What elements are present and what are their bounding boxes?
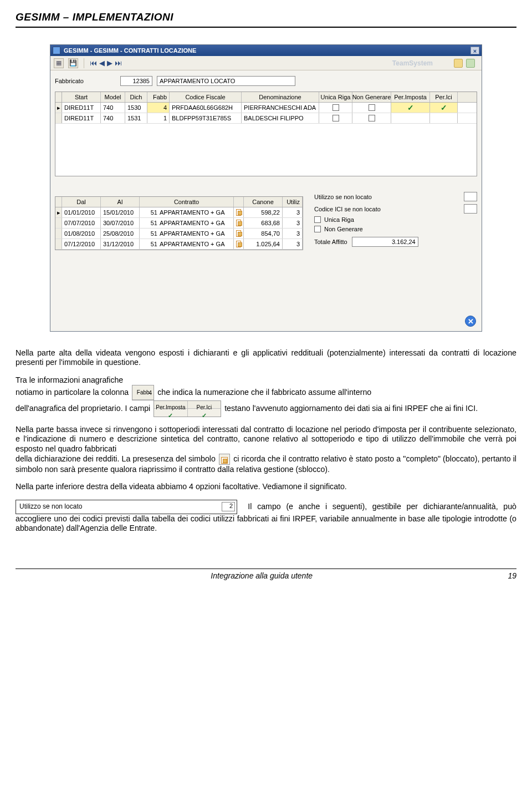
fabbricato-label: Fabbricato (55, 78, 84, 84)
table-row[interactable]: DIRED11T 740 1531 1 BLDFPP59T31E785S BAL… (55, 113, 477, 124)
non-generare-checkbox[interactable] (314, 226, 321, 232)
toolbar: ▦ 💾 ⏮ ◀ ▶ ⏭ TeamSystem (50, 56, 482, 70)
footer-title: Integrazione alla guida utente (211, 571, 313, 580)
app-icon (53, 47, 60, 54)
utilizzo-se-non-locato-label: Utilizzo se non locato (314, 194, 372, 200)
codice-ici-field[interactable] (464, 204, 477, 214)
checkbox-icon[interactable] (369, 104, 375, 111)
paragraph: Nella parte inferiore destra della videa… (16, 482, 516, 491)
col-per-ici: Per.Ici (430, 92, 458, 102)
fabbricato-code-field[interactable]: 12385 (120, 76, 152, 86)
col-dal: Dal (62, 197, 101, 207)
tool-icon-2[interactable] (466, 59, 475, 68)
totale-affitto-value: 3.162,24 (352, 237, 418, 247)
check-icon: ✓ (441, 103, 447, 112)
paragraph: Nella parte alta della videata vengono e… (16, 348, 516, 368)
lock-icon (236, 209, 241, 216)
fabbricato-desc-field[interactable]: APPARTAMENTO LOCATO (157, 76, 295, 86)
header-rule (16, 27, 516, 28)
nav-next-icon[interactable]: ▶ (107, 59, 112, 67)
unica-riga-checkbox[interactable] (314, 216, 321, 223)
page-number: 19 (508, 571, 516, 580)
grid-dichiaranti: Start Model Dich Fabb Codice Fiscale Den… (55, 92, 477, 176)
nav-icons: ⏮ ◀ ▶ ⏭ (90, 59, 122, 67)
nav-last-icon[interactable]: ⏭ (115, 59, 122, 67)
brand-label: TeamSystem (392, 59, 433, 67)
grid-sottoperiodi: Dal Al Contratto Canone Utiliz ▸ 01/01/2… (55, 196, 303, 250)
col-denom: Denominazione (242, 92, 319, 102)
checkbox-icon[interactable] (332, 115, 339, 121)
lock-icon (236, 230, 241, 237)
table-row[interactable]: ▸ DIRED11T 740 1530 4 PRFDAA60L66G682H P… (55, 103, 477, 113)
nav-prev-icon[interactable]: ◀ (99, 59, 105, 67)
paragraph: Tra le informazioni anagrafiche notiamo … (16, 375, 516, 417)
new-icon[interactable]: ▦ (54, 58, 64, 68)
paragraph: Nella parte bassa invece si rinvengono i… (16, 425, 516, 474)
titlebar: GESIMM - GESIMM - CONTRATTI LOCAZIONE × (50, 45, 482, 56)
col-contratto: Contratto (140, 197, 234, 207)
perimposta-inline: Per.ImpostaPer.Ici ✓✓ (154, 400, 221, 417)
table-row[interactable]: 07/12/2010 31/12/2010 51APPARTAMENTO + G… (55, 239, 303, 250)
paragraph: Utilizzo se non locato 2 Il campo (e anc… (16, 500, 516, 534)
doc-header: GESIMM – IMPLEMENTAZIONI (16, 11, 516, 23)
window-title: GESIMM - GESIMM - CONTRATTI LOCAZIONE (64, 47, 196, 54)
col-unica-riga: Unica Riga (319, 92, 352, 102)
save-icon[interactable]: 💾 (68, 58, 78, 68)
tool-icon-1[interactable] (454, 59, 463, 68)
totale-affitto-label: Totale Affitto (314, 238, 347, 245)
col-fabb: Fabb (147, 92, 170, 102)
cancel-icon[interactable]: ✕ (465, 316, 476, 327)
unica-riga-label: Unica Riga (324, 216, 354, 223)
checkbox-icon[interactable] (332, 104, 339, 111)
col-per-imposta: Per.Imposta (391, 92, 430, 102)
non-generare-label: Non Generare (324, 226, 363, 232)
utilizzo-field[interactable] (464, 192, 477, 201)
col-start: Start (62, 92, 101, 102)
col-dich: Dich (125, 92, 147, 102)
table-row[interactable]: 07/07/2010 30/07/2010 51APPARTAMENTO + G… (55, 218, 303, 229)
app-window: GESIMM - GESIMM - CONTRATTI LOCAZIONE × … (50, 44, 482, 332)
col-cf: Codice Fiscale (170, 92, 242, 102)
check-icon: ✓ (407, 103, 414, 112)
table-row[interactable]: ▸ 01/01/2010 15/01/2010 51APPARTAMENTO +… (55, 207, 303, 218)
codice-ici-label: Codice ICI se non locato (314, 206, 381, 212)
lock-icon (236, 241, 241, 247)
col-model: Model (101, 92, 125, 102)
col-non-generare: Non Generare (352, 92, 391, 102)
col-al: Al (101, 197, 140, 207)
lock-inline (219, 454, 230, 465)
fabb-column-inline (132, 385, 154, 400)
col-utilizzo: Utiliz (283, 197, 303, 207)
nav-first-icon[interactable]: ⏮ (90, 59, 97, 67)
col-canone: Canone (244, 197, 283, 207)
table-row[interactable]: 01/08/2010 25/08/2010 51APPARTAMENTO + G… (55, 229, 303, 239)
checkbox-icon[interactable] (369, 115, 375, 121)
footer-rule (16, 569, 516, 569)
utilizzo-box-inline: Utilizzo se non locato 2 (16, 500, 237, 514)
lock-icon (236, 220, 241, 226)
close-button[interactable]: × (470, 47, 479, 54)
